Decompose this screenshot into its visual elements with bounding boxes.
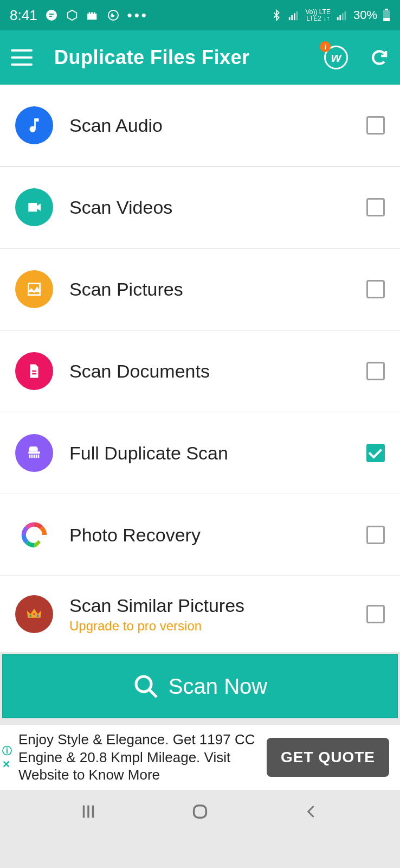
ad-banner[interactable]: ⓘ ✕ Enjoy Style & Elegance. Get 1197 CC …	[0, 725, 400, 790]
scan-now-button[interactable]: Scan Now	[2, 654, 398, 718]
scan-videos-label: Scan Videos	[69, 197, 366, 218]
picture-icon	[15, 270, 53, 308]
svg-point-17	[29, 615, 31, 617]
video-camera-icon	[15, 188, 53, 226]
svg-rect-10	[345, 11, 346, 20]
chat-icon	[45, 9, 58, 22]
scan-pictures-checkbox[interactable]	[366, 280, 385, 298]
scan-list: Scan Audio Scan Videos Scan Pictures Sca…	[0, 85, 400, 652]
refresh-icon[interactable]	[370, 48, 389, 67]
scan-documents-checkbox[interactable]	[366, 362, 385, 380]
scan-audio-label: Scan Audio	[69, 115, 366, 136]
system-nav	[0, 790, 400, 828]
scan-audio-checkbox[interactable]	[366, 116, 385, 135]
scan-similar-checkbox[interactable]	[366, 605, 385, 623]
svg-rect-8	[339, 15, 341, 20]
signal-icon	[288, 9, 300, 21]
svg-line-21	[149, 690, 157, 697]
info-badge-icon: i	[320, 41, 331, 52]
svg-rect-15	[28, 451, 40, 454]
scan-videos-row[interactable]: Scan Videos	[0, 167, 400, 248]
full-duplicate-checkbox[interactable]	[366, 444, 385, 462]
svg-marker-1	[67, 10, 76, 20]
home-button[interactable]	[189, 801, 211, 822]
scan-pictures-row[interactable]: Scan Pictures	[0, 248, 400, 330]
back-button[interactable]	[301, 801, 322, 822]
svg-rect-25	[194, 806, 207, 818]
svg-rect-13	[383, 18, 390, 21]
scan-similar-label: Scan Similar Pictures	[69, 595, 366, 616]
signal2-icon	[336, 9, 348, 21]
crown-icon	[15, 595, 53, 633]
hex-icon	[66, 9, 79, 22]
scan-similar-row[interactable]: Scan Similar Pictures Upgrade to pro ver…	[0, 576, 400, 652]
ad-info-icon[interactable]: ⓘ ✕	[2, 744, 12, 770]
svg-rect-11	[385, 9, 388, 10]
more-icon: •••	[127, 7, 149, 24]
photo-recovery-row[interactable]: Photo Recovery	[0, 494, 400, 576]
photo-recovery-checkbox[interactable]	[366, 526, 385, 544]
svg-rect-7	[337, 17, 339, 20]
network-label: Vo)) LTE LTE2 ↓↑	[305, 9, 330, 22]
svg-point-19	[37, 615, 39, 617]
svg-rect-9	[342, 13, 344, 20]
promo-button[interactable]: i w	[324, 46, 348, 69]
battery-icon	[383, 9, 390, 22]
whatsapp-icon	[107, 9, 120, 22]
battery-label: 30%	[353, 8, 377, 22]
recents-button[interactable]	[78, 801, 99, 822]
svg-rect-3	[289, 17, 291, 20]
scan-pictures-label: Scan Pictures	[69, 279, 366, 300]
full-duplicate-row[interactable]: Full Duplicate Scan	[0, 412, 400, 494]
ad-text: Enjoy Style & Elegance. Get 1197 CC Engi…	[18, 731, 267, 784]
ad-cta-button[interactable]: GET QUOTE	[267, 738, 389, 777]
upgrade-sub-label: Upgrade to pro version	[69, 618, 366, 634]
scan-documents-row[interactable]: Scan Documents	[0, 330, 400, 412]
rainbow-c-icon	[15, 516, 53, 554]
svg-point-20	[136, 676, 151, 692]
status-bar: 8:41 ••• Vo)) LTE LTE2 ↓↑ 30%	[0, 0, 400, 30]
scan-documents-label: Scan Documents	[69, 361, 366, 382]
photo-recovery-label: Photo Recovery	[69, 525, 366, 546]
svg-point-0	[46, 10, 57, 21]
scan-videos-checkbox[interactable]	[366, 198, 385, 216]
svg-rect-5	[294, 13, 295, 20]
scan-audio-row[interactable]: Scan Audio	[0, 85, 400, 167]
svg-rect-6	[296, 11, 298, 20]
music-note-icon	[15, 106, 53, 144]
app-title: Duplicate Files Fixer	[54, 46, 250, 69]
castle-icon	[86, 9, 99, 22]
clock: 8:41	[10, 7, 37, 24]
magnifier-icon	[133, 673, 159, 699]
bluetooth-icon	[270, 9, 282, 21]
document-icon	[15, 352, 53, 390]
scan-now-label: Scan Now	[169, 674, 267, 699]
svg-point-18	[33, 613, 35, 615]
svg-rect-4	[292, 15, 293, 20]
shredder-icon	[15, 434, 53, 472]
full-duplicate-label: Full Duplicate Scan	[69, 443, 366, 464]
app-bar: Duplicate Files Fixer i w	[0, 30, 400, 85]
menu-icon[interactable]	[11, 49, 33, 66]
